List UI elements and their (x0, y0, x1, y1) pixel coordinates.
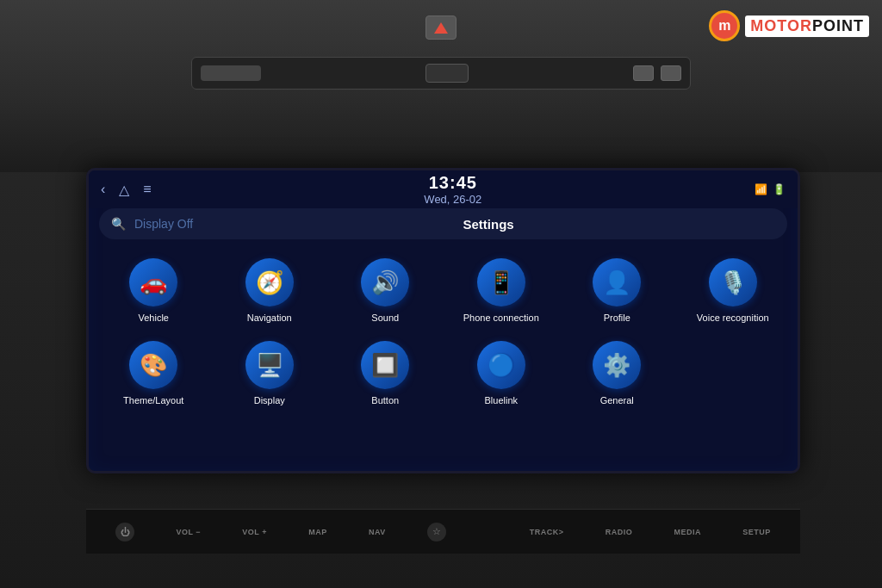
favorite-icon: ☆ (427, 523, 446, 542)
track-label: TRACK> (530, 528, 564, 536)
signal-icon: 📶 (755, 183, 767, 195)
settings-icon-navigation[interactable]: 🧭 Navigation (212, 251, 328, 331)
hw-button-setup[interactable]: SETUP (742, 528, 771, 536)
settings-icon-phone-connection[interactable]: 📱 Phone connection (444, 251, 560, 331)
vehicle-icon-bubble: 🚗 (129, 258, 177, 306)
nav-label: NAV (369, 528, 386, 536)
vent-btn-2 (661, 65, 681, 81)
menu-button[interactable]: ≡ (143, 182, 151, 197)
settings-icon-theme-layout[interactable]: 🎨 Theme/Layout (96, 334, 212, 413)
hazard-triangle-icon (434, 22, 448, 34)
vent-slats (191, 57, 691, 90)
general-icon-bubble: ⚙️ (593, 341, 641, 389)
sound-label: Sound (371, 312, 399, 324)
phone-connection-label: Phone connection (463, 312, 539, 324)
phone-connection-icon-bubble: 📱 (477, 258, 525, 306)
bluelink-icon-bubble: 🔵 (477, 341, 525, 389)
navigation-icon-bubble: 🧭 (245, 258, 294, 306)
hw-button-map[interactable]: MAP (308, 528, 327, 536)
vehicle-label: Vehicle (139, 312, 169, 324)
logo-text-part1: MOTOR (750, 17, 812, 34)
hw-button-power[interactable]: ⏻ (115, 523, 134, 542)
hw-button-media[interactable]: MEDIA (674, 528, 702, 536)
vent-knob-right (633, 65, 681, 81)
settings-icon-profile[interactable]: 👤 Profile (559, 251, 675, 331)
button-label: Button (371, 394, 399, 406)
setup-label: SETUP (742, 528, 771, 536)
settings-icon-sound[interactable]: 🔊 Sound (327, 251, 444, 331)
theme-layout-icon-bubble: 🎨 (129, 341, 177, 389)
settings-icon-general[interactable]: ⚙️ General (559, 334, 675, 413)
navigation-label: Navigation (247, 312, 292, 324)
hazard-button[interactable] (425, 15, 457, 40)
general-label: General (600, 394, 634, 406)
topbar-clock: 13:45 Wed, 26-02 (424, 173, 481, 206)
search-icon: 🔍 (111, 217, 126, 231)
settings-icon-display[interactable]: 🖥️ Display (212, 334, 328, 413)
bluelink-label: Bluelink (484, 394, 518, 406)
back-button[interactable]: ‹ (101, 182, 105, 197)
radio-label: RADIO (606, 528, 633, 536)
date-display: Wed, 26-02 (424, 193, 481, 206)
settings-icon-button[interactable]: 🔲 Button (327, 334, 444, 413)
home-button[interactable]: △ (119, 182, 129, 198)
search-settings-bar: 🔍 Display Off Settings (99, 208, 787, 239)
display-off-label: Display Off (134, 217, 193, 231)
settings-icon-voice-recognition[interactable]: 🎙️ Voice recognition (675, 251, 792, 331)
voice-recognition-label: Voice recognition (697, 312, 769, 324)
hardware-buttons: ⏻VOL −VOL +MAPNAV☆TRACK>RADIOMEDIASETUP (86, 509, 800, 554)
profile-icon-bubble: 👤 (593, 258, 641, 306)
hw-button-vol-plus[interactable]: VOL + (242, 528, 267, 536)
display-icon-bubble: 🖥️ (245, 341, 294, 389)
settings-icon-bluelink[interactable]: 🔵 Bluelink (444, 334, 560, 413)
sound-icon-bubble: 🔊 (361, 258, 409, 306)
vent-btn-1 (633, 65, 654, 81)
topbar-status-icons: 📶 🔋 (755, 183, 786, 195)
settings-icon-empty (675, 334, 792, 413)
settings-icons-row2: 🎨 Theme/Layout 🖥️ Display 🔲 Button 🔵 Blu… (89, 334, 798, 420)
settings-icon-vehicle[interactable]: 🚗 Vehicle (96, 251, 212, 331)
logo-text: MOTORPOINT (745, 15, 869, 37)
theme-layout-label: Theme/Layout (123, 394, 183, 406)
battery-icon: 🔋 (773, 183, 786, 195)
time-display: 13:45 (429, 173, 477, 193)
vol-plus-label: VOL + (242, 528, 267, 536)
button-icon-bubble: 🔲 (361, 341, 409, 389)
settings-icons-row1: 🚗 Vehicle 🧭 Navigation 🔊 Sound 📱 Phone c… (89, 244, 798, 334)
hw-button-track[interactable]: TRACK> (530, 528, 564, 536)
hw-button-nav[interactable]: NAV (369, 528, 386, 536)
vent-knob-left (201, 65, 261, 81)
screen-topbar: ‹ △ ≡ 13:45 Wed, 26-02 📶 🔋 (89, 170, 798, 208)
logo-circle: m (709, 10, 740, 41)
vol-minus-label: VOL − (176, 528, 201, 536)
settings-title: Settings (202, 217, 775, 232)
voice-recognition-icon-bubble: 🎙️ (709, 258, 757, 306)
logo-text-part2: POINT (812, 17, 864, 34)
hw-button-vol-minus[interactable]: VOL − (176, 528, 201, 536)
hw-button-favorite[interactable]: ☆ (427, 523, 446, 542)
map-label: MAP (308, 528, 327, 536)
vent-knob-center (425, 64, 469, 83)
infotainment-screen: ‹ △ ≡ 13:45 Wed, 26-02 📶 🔋 🔍 Display Off… (86, 168, 800, 473)
display-label: Display (254, 394, 285, 406)
hw-button-radio[interactable]: RADIO (606, 528, 633, 536)
profile-label: Profile (604, 312, 630, 324)
media-label: MEDIA (674, 528, 702, 536)
topbar-navigation: ‹ △ ≡ (101, 182, 152, 198)
power-icon: ⏻ (115, 523, 134, 542)
motorpoint-logo: m MOTORPOINT (709, 10, 869, 41)
